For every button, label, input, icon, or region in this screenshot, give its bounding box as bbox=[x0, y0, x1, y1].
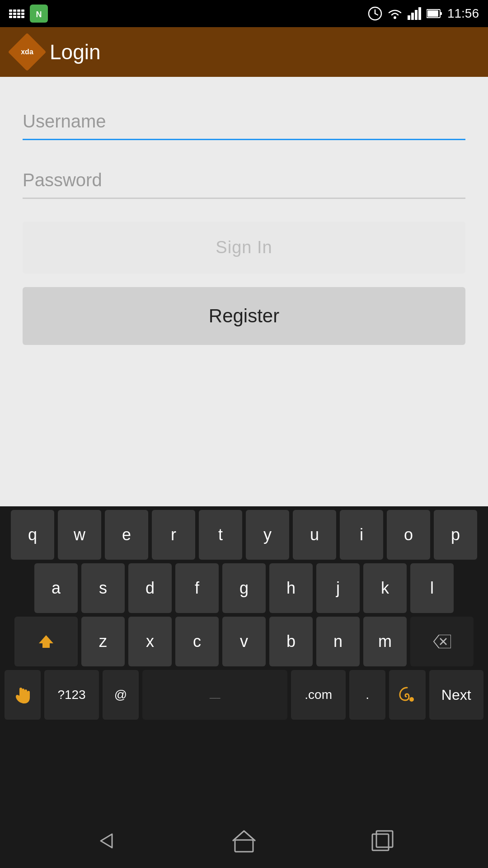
username-input[interactable] bbox=[23, 104, 465, 140]
svg-text:N: N bbox=[36, 10, 42, 19]
keyboard-row-4: ?123 @ ___ .com . Next bbox=[0, 670, 488, 720]
key-h[interactable]: h bbox=[269, 563, 313, 613]
key-g[interactable]: g bbox=[222, 563, 266, 613]
svg-rect-11 bbox=[427, 10, 438, 17]
key-w[interactable]: w bbox=[58, 510, 101, 560]
logo-text: xda bbox=[21, 48, 33, 56]
app-title: Login bbox=[50, 40, 101, 64]
key-n[interactable]: n bbox=[316, 617, 360, 666]
key-e[interactable]: e bbox=[105, 510, 148, 560]
status-bar: N 11:56 bbox=[0, 0, 488, 27]
svg-marker-13 bbox=[39, 635, 53, 648]
svg-rect-18 bbox=[235, 840, 253, 852]
key-c[interactable]: c bbox=[175, 617, 219, 666]
dotcom-key[interactable]: .com bbox=[291, 670, 345, 720]
password-input[interactable] bbox=[23, 163, 465, 199]
key-r[interactable]: r bbox=[152, 510, 195, 560]
username-group bbox=[23, 104, 465, 140]
status-right-icons: 11:56 bbox=[368, 6, 479, 21]
key-v[interactable]: v bbox=[222, 617, 266, 666]
key-m[interactable]: m bbox=[363, 617, 407, 666]
app-bar: xda Login bbox=[0, 27, 488, 77]
svg-point-5 bbox=[394, 16, 396, 19]
numbers-key[interactable]: ?123 bbox=[44, 670, 99, 720]
register-button[interactable]: Register bbox=[23, 287, 465, 345]
svg-rect-19 bbox=[372, 834, 389, 850]
signal-icon bbox=[408, 7, 422, 20]
svg-rect-6 bbox=[408, 15, 410, 20]
recent-button[interactable] bbox=[365, 823, 401, 859]
keyboard-row-2: a s d f g h j k l bbox=[0, 563, 488, 613]
key-x[interactable]: x bbox=[128, 617, 172, 666]
svg-point-16 bbox=[409, 697, 414, 702]
password-group bbox=[23, 163, 465, 199]
key-j[interactable]: j bbox=[316, 563, 360, 613]
keyboard-row-1: q w e r t y u i o p bbox=[0, 510, 488, 560]
next-key[interactable]: Next bbox=[429, 670, 483, 720]
svg-rect-7 bbox=[411, 13, 414, 20]
grid-icon bbox=[9, 9, 24, 18]
key-y[interactable]: y bbox=[246, 510, 289, 560]
battery-icon bbox=[427, 8, 443, 19]
svg-rect-9 bbox=[418, 7, 421, 20]
key-f[interactable]: f bbox=[175, 563, 219, 613]
key-q[interactable]: q bbox=[11, 510, 54, 560]
period-key[interactable]: . bbox=[349, 670, 385, 720]
space-key[interactable]: ___ bbox=[142, 670, 287, 720]
key-b[interactable]: b bbox=[269, 617, 313, 666]
app-icon: N bbox=[30, 5, 48, 23]
svg-line-4 bbox=[375, 14, 378, 15]
key-i[interactable]: i bbox=[340, 510, 383, 560]
key-t[interactable]: t bbox=[199, 510, 242, 560]
key-d[interactable]: d bbox=[128, 563, 172, 613]
key-k[interactable]: k bbox=[363, 563, 407, 613]
shift-key[interactable] bbox=[14, 617, 78, 666]
key-p[interactable]: p bbox=[434, 510, 477, 560]
at-key[interactable]: @ bbox=[103, 670, 139, 720]
swype-key[interactable] bbox=[389, 670, 425, 720]
emoji-key[interactable] bbox=[5, 670, 41, 720]
svg-rect-8 bbox=[415, 10, 418, 20]
sign-in-button[interactable]: Sign In bbox=[23, 222, 465, 274]
keyboard-row-3: z x c v b n m bbox=[0, 617, 488, 666]
key-s[interactable]: s bbox=[81, 563, 125, 613]
key-u[interactable]: u bbox=[293, 510, 336, 560]
svg-rect-20 bbox=[376, 831, 393, 847]
key-z[interactable]: z bbox=[81, 617, 125, 666]
content-area: Sign In Register bbox=[0, 77, 488, 506]
clock-icon bbox=[368, 6, 382, 21]
home-button[interactable] bbox=[226, 823, 262, 859]
svg-marker-17 bbox=[101, 834, 112, 848]
svg-rect-12 bbox=[440, 12, 442, 15]
wifi-icon bbox=[387, 7, 403, 20]
keyboard: q w e r t y u i o p a s d f g h j k l z … bbox=[0, 506, 488, 814]
nav-bar bbox=[0, 814, 488, 868]
back-button[interactable] bbox=[87, 823, 123, 859]
key-a[interactable]: a bbox=[34, 563, 78, 613]
status-left-icons: N bbox=[9, 5, 48, 23]
key-o[interactable]: o bbox=[387, 510, 430, 560]
backspace-key[interactable] bbox=[410, 617, 474, 666]
xda-logo: xda bbox=[14, 38, 41, 66]
time-display: 11:56 bbox=[447, 6, 479, 21]
key-l[interactable]: l bbox=[410, 563, 454, 613]
